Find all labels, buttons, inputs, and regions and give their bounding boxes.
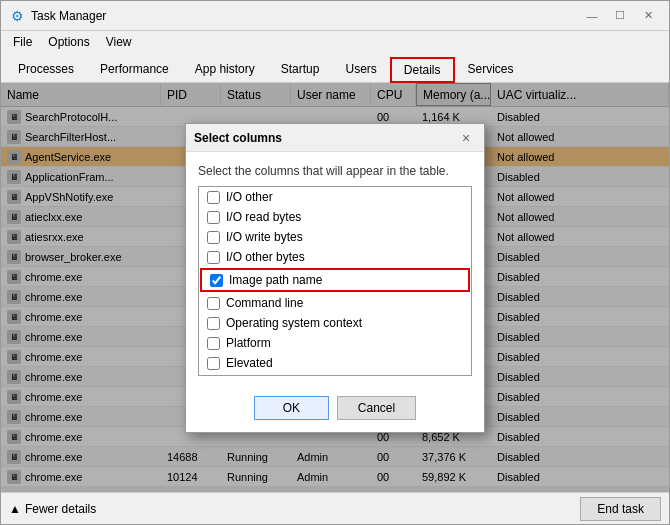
- menu-bar: File Options View: [1, 31, 669, 53]
- checkbox-item[interactable]: Image path name: [200, 268, 470, 292]
- maximize-button[interactable]: ☐: [607, 6, 633, 26]
- fewer-details-button[interactable]: ▲ Fewer details: [9, 502, 96, 516]
- checkbox-label: I/O write bytes: [226, 230, 303, 244]
- window-title: Task Manager: [31, 9, 579, 23]
- fewer-details-label: Fewer details: [25, 502, 96, 516]
- checkbox-label: Image path name: [229, 273, 322, 287]
- chevron-up-icon: ▲: [9, 502, 21, 516]
- checkbox-input[interactable]: [207, 317, 220, 330]
- checkbox-item[interactable]: I/O other: [199, 187, 471, 207]
- tab-details[interactable]: Details: [390, 57, 455, 83]
- checkbox-item[interactable]: I/O write bytes: [199, 227, 471, 247]
- checkbox-item[interactable]: Command line: [199, 293, 471, 313]
- checkbox-label: I/O other bytes: [226, 250, 305, 264]
- menu-view[interactable]: View: [98, 33, 140, 51]
- checkbox-item[interactable]: Platform: [199, 333, 471, 353]
- dialog-buttons: OK Cancel: [186, 388, 484, 432]
- checkbox-label: Operating system context: [226, 316, 362, 330]
- checkbox-input[interactable]: [207, 357, 220, 370]
- tab-startup[interactable]: Startup: [268, 57, 333, 83]
- tab-processes[interactable]: Processes: [5, 57, 87, 83]
- menu-file[interactable]: File: [5, 33, 40, 51]
- checkbox-label: I/O read bytes: [226, 210, 301, 224]
- checkbox-item[interactable]: I/O read bytes: [199, 207, 471, 227]
- checkbox-item[interactable]: I/O other bytes: [199, 247, 471, 267]
- tabs-bar: Processes Performance App history Startu…: [1, 53, 669, 83]
- tab-performance[interactable]: Performance: [87, 57, 182, 83]
- dialog-title-bar: Select columns ×: [186, 124, 484, 152]
- checkbox-input[interactable]: [207, 191, 220, 204]
- ok-button[interactable]: OK: [254, 396, 329, 420]
- tab-services[interactable]: Services: [455, 57, 527, 83]
- checkbox-input[interactable]: [210, 274, 223, 287]
- checkbox-input[interactable]: [207, 251, 220, 264]
- task-manager-window: ⚙ Task Manager — ☐ ✕ File Options View P…: [0, 0, 670, 525]
- select-columns-dialog: Select columns × Select the columns that…: [185, 123, 485, 433]
- checkbox-list: I/O otherI/O read bytesI/O write bytesI/…: [198, 186, 472, 376]
- bottom-bar: ▲ Fewer details End task: [1, 492, 669, 524]
- title-bar: ⚙ Task Manager — ☐ ✕: [1, 1, 669, 31]
- checkbox-label: Platform: [226, 336, 271, 350]
- checkbox-item[interactable]: Operating system context: [199, 313, 471, 333]
- tab-users[interactable]: Users: [332, 57, 389, 83]
- end-task-button[interactable]: End task: [580, 497, 661, 521]
- checkbox-label: Command line: [226, 296, 303, 310]
- content-area: Name PID Status User name CPU Memory (a.…: [1, 83, 669, 492]
- checkbox-label: Elevated: [226, 356, 273, 370]
- dialog-body: Select the columns that will appear in t…: [186, 152, 484, 388]
- close-button[interactable]: ✕: [635, 6, 661, 26]
- checkbox-label: I/O other: [226, 190, 273, 204]
- checkbox-input[interactable]: [207, 297, 220, 310]
- dialog-description: Select the columns that will appear in t…: [198, 164, 472, 178]
- tab-app-history[interactable]: App history: [182, 57, 268, 83]
- checkbox-input[interactable]: [207, 231, 220, 244]
- checkbox-input[interactable]: [207, 211, 220, 224]
- dialog-close-button[interactable]: ×: [456, 128, 476, 148]
- checkbox-item[interactable]: Elevated: [199, 353, 471, 373]
- app-icon: ⚙: [9, 8, 25, 24]
- cancel-button[interactable]: Cancel: [337, 396, 416, 420]
- window-controls: — ☐ ✕: [579, 6, 661, 26]
- checkbox-item[interactable]: UAC virtualization: [199, 373, 471, 376]
- dialog-title: Select columns: [194, 131, 456, 145]
- checkbox-input[interactable]: [207, 337, 220, 350]
- modal-overlay: Select columns × Select the columns that…: [1, 83, 669, 492]
- minimize-button[interactable]: —: [579, 6, 605, 26]
- menu-options[interactable]: Options: [40, 33, 97, 51]
